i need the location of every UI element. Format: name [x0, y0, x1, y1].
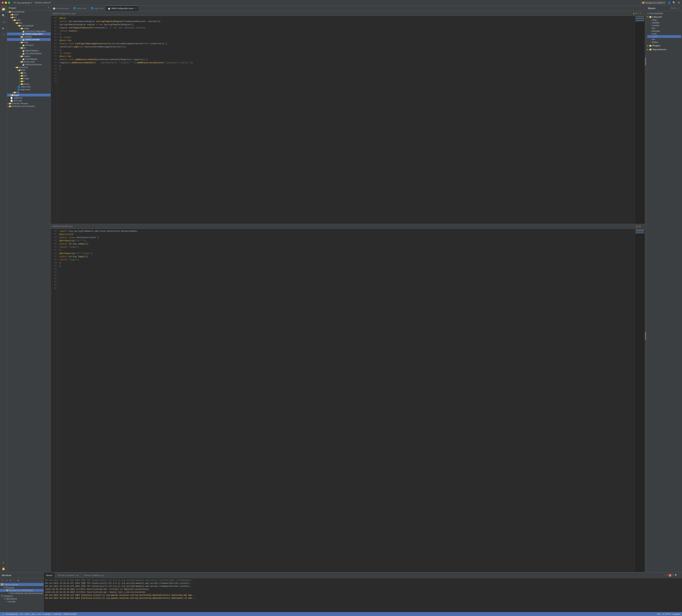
sidebar-item-pomxml[interactable]: 📄pom.xml [7, 99, 51, 102]
sidebar-item-resources[interactable]: ▾📁resources [7, 66, 51, 69]
tomcat-instance-item[interactable]: 🐱 Tomcat 10.1.2322 [local] [0, 589, 43, 592]
tomcat-war-item[interactable]: ⚙ SecurityStudy:war [Synchronized] [0, 592, 43, 595]
tab-account[interactable]: ☕Account.java [51, 5, 71, 11]
console-rerun-icon[interactable]: ↻ [672, 574, 674, 576]
console-tab-0[interactable]: Server [44, 573, 55, 578]
maven-lifecycle-validate[interactable]: ○ validate [647, 21, 681, 24]
database-console-item[interactable]: > console [0, 600, 43, 603]
editor2-settings-icon[interactable]: ⋮ [642, 225, 645, 228]
sidebar-item-src[interactable]: ▾📁src [7, 16, 51, 19]
tab-index[interactable]: 🌐index.html [71, 5, 89, 11]
sidebar-item-ScratchesConsoles[interactable]: ▸📁Scratches and Consoles [7, 105, 51, 108]
hellocontroller-code-area[interactable]: import org.springframework.web.bind.anno… [58, 229, 635, 572]
run-activity-icon[interactable]: ▶ [1, 25, 6, 31]
maven-lifecycle-deploy[interactable]: ○ deploy [647, 41, 681, 43]
sidebar-item-indexhtml[interactable]: 🌐index.html [7, 85, 51, 88]
tomcat-server-item[interactable]: 🐱 Tomcat Server [0, 583, 43, 586]
console-tab-1[interactable]: Tomcat Localhost Log [55, 573, 81, 578]
hellocontroller-scrollbar[interactable] [645, 229, 646, 572]
console-more-icon[interactable]: ⋮ [678, 574, 680, 576]
maven-more-icon[interactable]: ⋮ [678, 7, 680, 9]
sidebar-item-WebConfiguration[interactable]: ☕WebConfiguration [7, 32, 51, 35]
close-button[interactable] [2, 2, 4, 4]
webconfiguration-editor-content[interactable]: 5960616263646566676869707172737475767778… [51, 16, 646, 224]
sidebar-item-entity[interactable]: ▾📁entity [7, 41, 51, 44]
sidebar-item-font[interactable]: ▸📁font [7, 74, 51, 77]
version-control-label[interactable]: Version control ▾ [35, 1, 51, 4]
plugin-activity-icon[interactable]: ⬡ [1, 32, 6, 37]
services-filter-icon[interactable]: ⊟ [9, 578, 12, 582]
maven-add-icon[interactable]: + [676, 7, 678, 9]
services-run-icon[interactable]: ▶ [17, 578, 20, 582]
sidebar-item-controller[interactable]: ▾📁controller [7, 35, 51, 38]
console-check-icon[interactable]: ✓ [664, 574, 665, 576]
settings-icon[interactable]: ⚙ [677, 1, 680, 4]
maven-lifecycle-install[interactable]: ○ install [647, 35, 681, 38]
console-refresh-icon[interactable]: ↺ [666, 574, 668, 576]
maven-lifecycle-site[interactable]: ○ site [647, 38, 681, 41]
sidebar-item-loginhtml[interactable]: 🌐login.html [7, 88, 51, 91]
console-tab-2[interactable]: Tomcat Catalina Log [81, 573, 106, 578]
maven-lifecycle[interactable]: ▾ 📁 Lifecycle [647, 16, 681, 19]
maven-refresh-icon[interactable]: ↻ [671, 7, 673, 9]
console-search-icon[interactable]: 🔍 [675, 574, 678, 576]
sidebar-item-Account[interactable]: ☕Account [7, 44, 51, 46]
project-activity-icon[interactable]: 📁 [1, 6, 6, 12]
event-log-icon[interactable]: 🔔 [1, 566, 6, 572]
sidebar-item-root[interactable]: ▾📁SecurityStudy [7, 10, 51, 13]
status-indent[interactable]: 4 spaces [673, 613, 680, 615]
sidebar-item-gitignore[interactable]: 📄.gitignore [7, 96, 51, 99]
maven-lifecycle-verify[interactable]: ○ verify [647, 32, 681, 35]
sidebar-item-comexample[interactable]: ▾📁com.example [7, 24, 51, 27]
sidebar-item-HelloController[interactable]: ☕HelloController [7, 38, 51, 41]
search-icon[interactable]: 🔍 [673, 1, 676, 4]
sidebar-item-mapper[interactable]: ▾📁mapper [7, 55, 51, 58]
maven-section-dependencie[interactable]: ▸ 📁 Dependencie... [647, 48, 681, 51]
sidebar-item-java[interactable]: ▾📁java [7, 21, 51, 24]
sidebar-item-SecurityConfiguration[interactable]: ☕SecurityConfiguration [7, 30, 51, 32]
sidebar-item-css[interactable]: ▸📁css [7, 71, 51, 74]
services-more-icon[interactable]: ⋮ [21, 578, 24, 582]
sidebar-item-picture[interactable]: ▸📁picture [7, 83, 51, 85]
hellocontroller-editor-content[interactable]: 34353637383940414243444546474849505152 i… [51, 229, 646, 572]
services-add-icon[interactable]: + [13, 578, 16, 582]
services-close-icon[interactable]: ✕ [5, 578, 8, 582]
status-encoding[interactable]: LF UTF-8 [662, 613, 671, 615]
sidebar-item-UserMapper[interactable]: ☕UserMapper [7, 58, 51, 60]
git-activity-icon[interactable]: ⎇ [1, 19, 6, 25]
services-collapse-icon[interactable]: ▾ [1, 578, 4, 582]
minimize-button[interactable] [5, 2, 7, 4]
maven-download-icon[interactable]: ⬇ [674, 7, 676, 9]
maven-lifecycle-test[interactable]: ○ test [647, 27, 681, 29]
sidebar-item-SecurityInitializer[interactable]: ☕SecurityInitializer [7, 52, 51, 55]
webconfiguration-scrollbar[interactable] [645, 16, 646, 224]
maven-lifecycle-package[interactable]: ○ package [647, 29, 681, 32]
sidebar-item-main[interactable]: ▾📁main [7, 19, 51, 21]
sidebar-item-test[interactable]: ▸📁test [7, 91, 51, 94]
project-name-label[interactable]: SS SecurityStudy ▾ [13, 1, 32, 4]
sidebar-item-init[interactable]: ▾📁init [7, 46, 51, 49]
sidebar-item-js[interactable]: ▸📁js [7, 80, 51, 83]
maximize-button[interactable] [8, 2, 10, 4]
webconfiguration-code-area[interactable]: @Bean public SpringTemplateEngine spring… [58, 16, 635, 224]
sidebar-item-config[interactable]: ▾📁config [7, 27, 51, 30]
sidebar-item-idea[interactable]: ▸📁.idea [7, 13, 51, 16]
maven-root[interactable]: m SecurityStudy [647, 12, 681, 15]
sidebar-item-AuthorizeService[interactable]: ☕AuthorizeService [7, 63, 51, 66]
avatar-icon[interactable]: 👤 [668, 1, 671, 4]
sidebar-item-static[interactable]: ▾📁static [7, 69, 51, 71]
database-host-item[interactable]: 🗄 @localhost [0, 597, 43, 600]
maven-lifecycle-clean[interactable]: ○ clean [647, 19, 681, 21]
database-item[interactable]: 🗄 Database [0, 595, 43, 597]
tomcat-running-item[interactable]: ▶ Running [0, 586, 43, 589]
sidebar-item-image[interactable]: ▸📁image [7, 77, 51, 80]
editor-settings-icon[interactable]: ⋮ [642, 12, 645, 15]
tab-webconfig[interactable]: ☕WebConfiguration.java✕ [106, 5, 139, 11]
sidebar-item-serviceimpl[interactable]: ▾📁service.impl [7, 60, 51, 63]
console-stop-icon[interactable] [669, 574, 671, 576]
problems-activity-icon[interactable]: ⚠ [1, 560, 6, 565]
maven-section-plugins[interactable]: ▸ 📁 Plugins [647, 44, 681, 47]
tabs-more-button[interactable]: ⋮ [641, 7, 646, 9]
tab-close-webconfig[interactable]: ✕ [135, 7, 137, 9]
find-activity-icon[interactable]: 🔍 [1, 13, 6, 18]
